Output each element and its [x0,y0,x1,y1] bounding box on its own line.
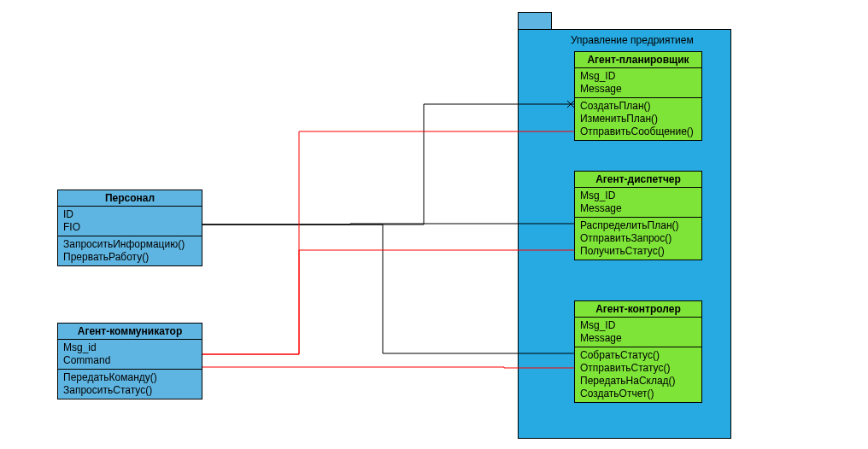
class-attribute: Message [580,202,696,215]
class-attribute: FIO [63,221,196,234]
class-operation: ОтправитьСообщение() [580,125,696,138]
class-operations: СоздатьПлан()ИзменитьПлан()ОтправитьСооб… [575,98,701,140]
class-personal[interactable]: ПерсоналIDFIOЗапроситьИнформацию()Прерва… [57,190,202,266]
class-operation: ЗапроситьСтатус() [63,384,196,397]
class-operations: РаспределитьПлан()ОтправитьЗапрос()Получ… [575,218,701,259]
class-operation: ПолучитьСтатус() [580,245,696,258]
class-attribute: Message [580,83,696,96]
class-attribute: Message [580,332,696,345]
class-operation: СобратьСтатус() [580,349,696,362]
class-attribute: Msg_ID [580,70,696,83]
class-attribute: Msg_id [63,341,196,354]
class-attribute: Msg_ID [580,319,696,332]
class-attributes: Msg_IDMessage [575,318,701,347]
class-operation: РаспределитьПлан() [580,219,696,232]
package-tab [518,12,552,29]
class-operation: ПрерватьРаботу() [63,251,196,264]
class-operation: ПередатьНаСклад() [580,375,696,388]
class-title: Агент-коммуникатор [58,324,202,340]
class-operation: ЗапроситьИнформацию() [63,238,196,251]
class-attributes: Msg_IDMessage [575,68,701,98]
class-attribute: ID [63,208,196,221]
class-operation: ОтправитьСтатус() [580,362,696,375]
class-operation: СоздатьПлан() [580,100,696,113]
class-title: Агент-планировщик [575,52,701,68]
class-planner[interactable]: Агент-планировщикMsg_IDMessageСоздатьПла… [574,51,702,141]
class-title: Агент-контролер [575,301,701,318]
class-operation: СоздатьОтчет() [580,388,696,400]
class-operations: ПередатьКоманду()ЗапроситьСтатус() [58,370,202,399]
class-operations: ЗапроситьИнформацию()ПрерватьРаботу() [58,236,202,265]
class-attribute: Msg_ID [580,190,696,202]
class-operation: ОтправитьЗапрос() [580,232,696,245]
class-controller[interactable]: Агент-контролерMsg_IDMessageСобратьСтату… [574,300,702,403]
class-dispatcher[interactable]: Агент-диспетчерMsg_IDMessageРаспределить… [574,171,702,260]
class-operation: ИзменитьПлан() [580,113,696,125]
class-communicator[interactable]: Агент-коммуникаторMsg_idCommandПередатьК… [57,323,202,399]
class-attributes: IDFIO [58,207,202,236]
class-attributes: Msg_IDMessage [575,188,701,218]
class-attribute: Command [63,354,196,367]
class-attributes: Msg_idCommand [58,340,202,370]
class-operations: СобратьСтатус()ОтправитьСтатус()Передать… [575,347,701,402]
package-label: Управление предриятием [571,34,694,46]
class-title: Агент-диспетчер [575,172,701,188]
class-title: Персонал [58,190,202,207]
class-operation: ПередатьКоманду() [63,371,196,384]
